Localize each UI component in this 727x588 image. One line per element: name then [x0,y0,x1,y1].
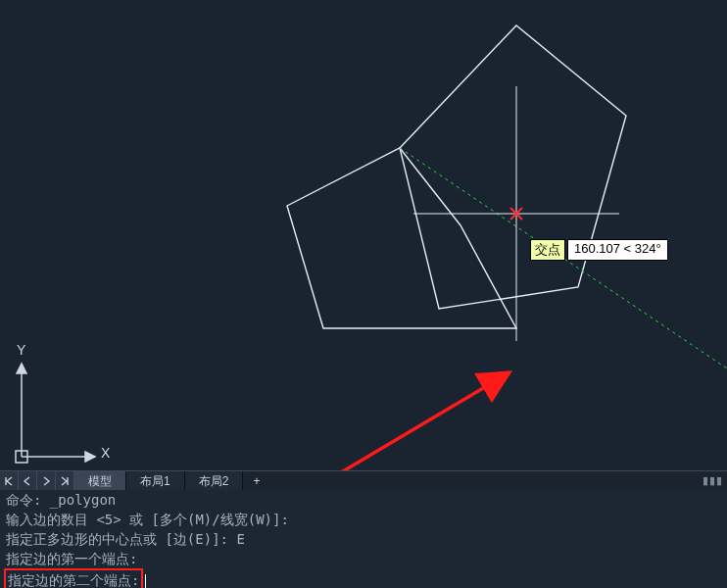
tooltip-coordinate-value: 160.107 < 324° [567,239,668,261]
polygon-shape-2 [287,148,516,328]
polygon-shape-1 [400,25,626,309]
tab-add-button[interactable]: + [243,471,269,491]
tab-label: 布局1 [140,473,170,490]
svg-marker-6 [17,364,26,373]
tab-2[interactable]: 布局2 [185,471,244,491]
tab-nav-first[interactable] [0,471,19,491]
tab-0[interactable]: 模型 [74,471,126,491]
plus-label: + [253,474,260,488]
tabbar-grip-icon[interactable]: ▮▮▮ [703,474,723,487]
svg-marker-4 [85,452,95,462]
layout-tab-bar: 模型布局1布局2 + ▮▮▮ [0,470,727,491]
command-line-1: 输入边的数目 <5> 或 [多个(M)/线宽(W)]: [6,510,721,529]
axis-x-label: X [101,445,110,461]
tab-1[interactable]: 布局1 [126,471,185,491]
command-line-4: 指定边的第二个端点: [6,568,721,588]
tab-nav-prev[interactable] [19,471,37,491]
tab-nav-group [0,471,74,491]
tab-nav-next[interactable] [37,471,56,491]
command-line-2: 指定正多边形的中心点或 [边(E)]: E [6,529,721,549]
tab-nav-last[interactable] [56,471,74,491]
command-line-3: 指定边的第一个端点: [6,549,721,568]
command-line-area[interactable]: 命令: _polygon输入边的数目 <5> 或 [多个(M)/线宽(W)]:指… [0,490,727,588]
axis-y-label: Y [17,342,25,358]
command-line-0: 命令: _polygon [6,490,721,510]
tooltip-snap-label: 交点 [530,239,565,261]
tab-label: 模型 [88,473,112,490]
coordinate-tooltip: 交点 160.107 < 324° [530,239,668,261]
tab-label: 布局2 [199,473,229,490]
drawing-canvas[interactable]: X Y 交点 160.107 < 324° [0,0,727,470]
ucs-icon [16,364,95,463]
